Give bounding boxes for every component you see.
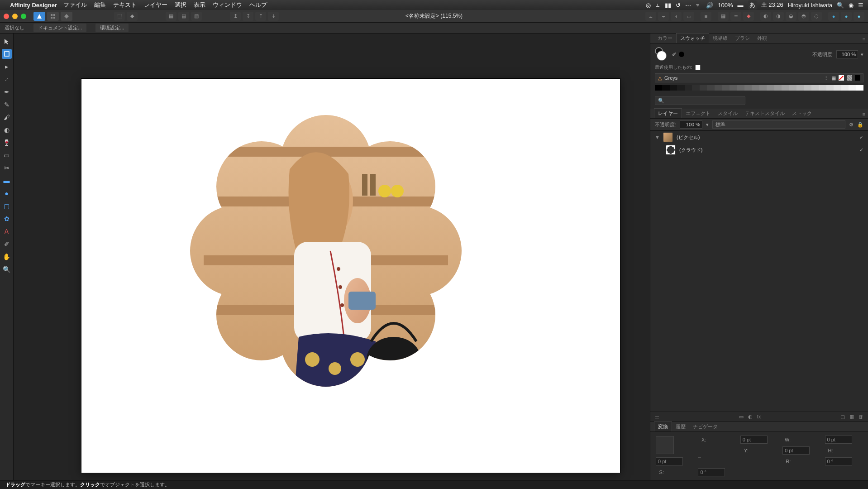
tab-stock[interactable]: ストック	[788, 109, 816, 118]
snap-btn[interactable]: ▦	[166, 12, 176, 21]
blend-mode-select[interactable]: 標準	[712, 120, 845, 129]
close-button[interactable]	[4, 14, 9, 19]
volume-icon[interactable]: 🔊	[706, 2, 713, 9]
boolean-btn[interactable]: ◐	[760, 12, 771, 21]
account-btn[interactable]: ●	[854, 12, 864, 21]
shape-rounded-tool[interactable]: ▢	[2, 201, 12, 211]
panel-menu-icon[interactable]: ≡	[859, 110, 868, 118]
grey-swatch[interactable]	[752, 85, 759, 91]
align-btn[interactable]: ⫞	[671, 12, 682, 21]
tab-swatches[interactable]: スウォッチ	[676, 33, 709, 43]
artboard[interactable]	[81, 79, 620, 473]
grey-swatch[interactable]	[796, 85, 804, 91]
menu-layer[interactable]: レイヤー	[144, 1, 167, 9]
grey-swatch[interactable]	[819, 85, 826, 91]
place-image-tool[interactable]: ▭	[2, 150, 12, 160]
vector-brush-tool[interactable]: 🖌	[2, 112, 12, 122]
toolbar-btn[interactable]: ◆	[127, 12, 138, 21]
tab-text-styles[interactable]: テキストスタイル	[741, 109, 788, 118]
order-btn[interactable]: ↧	[243, 12, 253, 21]
boolean-btn[interactable]: ◒	[786, 12, 796, 21]
fill-swatch[interactable]	[657, 51, 667, 61]
insert-btn[interactable]: ◆	[743, 12, 754, 21]
boolean-btn[interactable]: ◓	[798, 12, 809, 21]
crop-tool[interactable]: ✂	[2, 163, 12, 173]
layer-lock-icon[interactable]: 🔒	[857, 122, 863, 128]
current-color-swatch[interactable]	[679, 52, 684, 57]
arrange-btn[interactable]: ≡	[701, 12, 711, 21]
ime-indicator[interactable]: あ	[748, 0, 757, 10]
notification-center-icon[interactable]: ☰	[858, 2, 863, 9]
grey-swatch[interactable]	[685, 85, 692, 91]
visibility-toggle[interactable]: ✓	[859, 147, 863, 153]
persona-export[interactable]	[61, 12, 72, 21]
registration-swatch-icon[interactable]	[847, 75, 852, 81]
menu-file[interactable]: ファイル	[63, 1, 87, 9]
pencil-tool[interactable]: ✎	[2, 100, 12, 110]
grey-swatch[interactable]	[774, 85, 782, 91]
s-input[interactable]	[698, 468, 725, 476]
user-name[interactable]: Hiroyuki Ishiwata	[788, 2, 832, 9]
layer-opacity-input[interactable]	[680, 120, 702, 129]
order-btn[interactable]: ⇡	[255, 12, 266, 21]
add-layer-icon[interactable]: ▢	[840, 414, 845, 420]
persona-pixel[interactable]	[47, 12, 59, 21]
grey-swatch[interactable]	[715, 85, 722, 91]
layer-settings-icon[interactable]: ⚙	[849, 122, 854, 128]
h-input[interactable]	[656, 457, 683, 465]
hand-tool[interactable]: ✋	[2, 252, 12, 262]
zoom-tool[interactable]: 🔍	[2, 264, 12, 274]
grey-swatch[interactable]	[692, 85, 699, 91]
color-picker-tool[interactable]: ✐	[2, 239, 12, 249]
mask-icon[interactable]: ▭	[739, 414, 744, 420]
menu-help[interactable]: ヘルプ	[249, 1, 267, 9]
clipped-image[interactable]	[181, 106, 471, 396]
grey-swatch[interactable]	[782, 85, 789, 91]
snap-btn[interactable]: ▧	[191, 12, 202, 21]
palette-selector[interactable]: △ Greys ⋮ ▦	[655, 73, 863, 82]
grey-swatch[interactable]	[826, 85, 834, 91]
wifi-icon[interactable]: ᯤ	[696, 2, 701, 9]
anchor-selector[interactable]	[656, 436, 674, 454]
grey-swatch[interactable]	[804, 85, 811, 91]
layer-name[interactable]: (クラウド)	[679, 147, 702, 153]
tab-layers[interactable]: レイヤー	[654, 108, 682, 118]
grey-swatch[interactable]	[759, 85, 767, 91]
grey-swatch[interactable]	[737, 85, 744, 91]
preferences-button[interactable]: 環境設定...	[95, 24, 129, 32]
fill-stroke-selector[interactable]	[655, 47, 669, 62]
tab-styles[interactable]: スタイル	[714, 109, 741, 118]
boolean-btn[interactable]: ◌	[811, 12, 822, 21]
order-btn[interactable]: ⇣	[268, 12, 279, 21]
artboard-tool[interactable]	[2, 49, 12, 59]
layer-row[interactable]: ▼ (ピクセル) ✓	[650, 131, 868, 144]
eyedropper-icon[interactable]: ✐	[672, 52, 676, 58]
visibility-toggle[interactable]: ✓	[859, 134, 863, 140]
grey-swatch[interactable]	[722, 85, 729, 91]
align-btn[interactable]: ⫠	[645, 12, 656, 21]
grey-swatch[interactable]	[849, 85, 856, 91]
layer-row[interactable]: (クラウド) ✓	[650, 144, 868, 156]
tab-effects[interactable]: エフェクト	[682, 109, 714, 118]
canvas[interactable]	[14, 34, 650, 480]
panel-menu-icon[interactable]: ≡	[859, 35, 868, 43]
stepper-icon[interactable]: ▾	[706, 122, 709, 128]
y-input[interactable]	[782, 446, 810, 455]
doc-settings-button[interactable]: ドキュメント設定...	[33, 24, 86, 32]
grey-swatch[interactable]	[707, 85, 714, 91]
transparency-tool[interactable]: 🍷	[2, 138, 12, 148]
pen-tool[interactable]: ✒	[2, 87, 12, 97]
grey-swatch[interactable]	[767, 85, 774, 91]
recent-color-swatch[interactable]	[695, 65, 701, 70]
grey-swatch[interactable]	[841, 85, 849, 91]
zoom-button[interactable]	[21, 14, 26, 19]
status-icon[interactable]: ▮▮	[665, 2, 671, 9]
menu-edit[interactable]: 編集	[94, 1, 106, 9]
layer-name[interactable]: (ピクセル)	[677, 134, 700, 141]
app-name[interactable]: Affinity Designer	[10, 2, 57, 9]
layers-icon[interactable]: ☰	[655, 414, 659, 420]
grey-swatch[interactable]	[856, 85, 863, 91]
text-tool[interactable]: A	[2, 226, 12, 236]
tab-stroke[interactable]: 境界線	[709, 34, 731, 43]
black-swatch-icon[interactable]	[855, 75, 860, 81]
